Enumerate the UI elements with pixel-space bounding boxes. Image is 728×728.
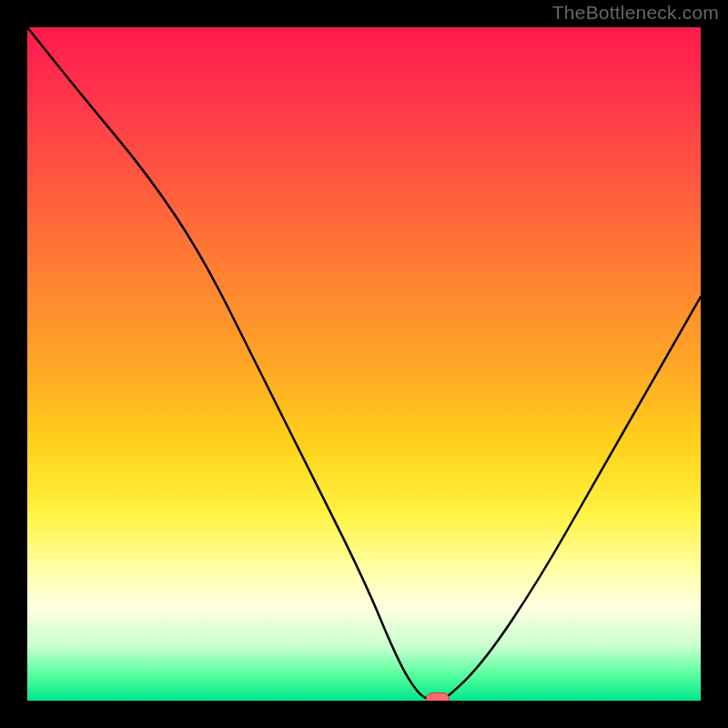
chart-frame: TheBottleneck.com xyxy=(0,0,728,728)
plot-area xyxy=(27,27,701,701)
bottleneck-curve xyxy=(27,27,701,701)
curve-layer xyxy=(27,27,701,701)
watermark-text: TheBottleneck.com xyxy=(552,2,719,24)
optimal-point-marker xyxy=(426,693,450,701)
